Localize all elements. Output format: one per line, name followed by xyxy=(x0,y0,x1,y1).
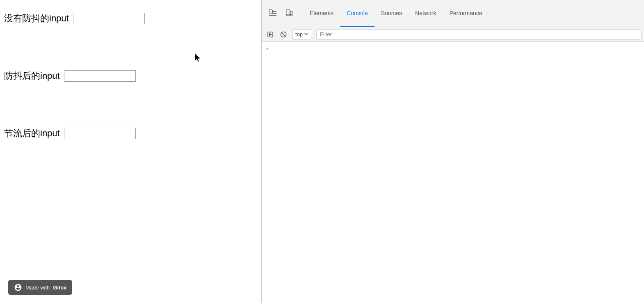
gifox-text: Made with xyxy=(25,285,50,291)
svg-rect-0 xyxy=(269,10,272,13)
gifox-logo-icon xyxy=(14,283,22,292)
run-script-button[interactable] xyxy=(265,29,276,40)
tab-network[interactable]: Network xyxy=(409,0,443,27)
devtools-tabs: Elements Console Sources Network Perform… xyxy=(303,0,489,27)
throttled-input[interactable] xyxy=(64,128,136,139)
cursor-indicator xyxy=(195,53,201,62)
inspect-element-button[interactable] xyxy=(265,6,280,21)
tab-console[interactable]: Console xyxy=(340,0,374,27)
no-debounce-input[interactable] xyxy=(73,13,145,24)
throttled-row: 节流后的input xyxy=(4,127,257,140)
throttled-label: 节流后的input xyxy=(4,127,60,140)
webpage-content: 没有防抖的input 防抖后的input 节流后的input Made with… xyxy=(0,0,262,303)
debounced-input[interactable] xyxy=(64,70,136,82)
debounced-label: 防抖后的input xyxy=(4,70,60,82)
clear-console-button[interactable] xyxy=(278,29,289,40)
gifox-brand: Gifox xyxy=(53,285,66,291)
console-content: › xyxy=(262,42,644,303)
device-toolbar-button[interactable] xyxy=(282,6,297,21)
svg-rect-1 xyxy=(286,9,290,16)
console-prompt-line: › xyxy=(265,44,641,53)
svg-line-8 xyxy=(281,32,286,37)
debounced-row: 防抖后的input xyxy=(4,70,257,82)
context-selector[interactable]: top xyxy=(292,29,311,40)
devtools-toolbar: Elements Console Sources Network Perform… xyxy=(262,0,644,27)
svg-marker-6 xyxy=(269,33,272,36)
tab-elements[interactable]: Elements xyxy=(303,0,340,27)
gifox-badge: Made with Gifox xyxy=(8,280,72,295)
console-filter-input[interactable] xyxy=(316,29,642,40)
tab-sources[interactable]: Sources xyxy=(375,0,409,27)
context-value: top xyxy=(295,31,303,37)
no-debounce-label: 没有防抖的input xyxy=(4,12,69,25)
svg-rect-2 xyxy=(290,11,292,16)
console-secondary-toolbar: top xyxy=(262,27,644,42)
tab-performance[interactable]: Performance xyxy=(443,0,489,27)
console-chevron-icon[interactable]: › xyxy=(265,45,269,52)
devtools-panel: Elements Console Sources Network Perform… xyxy=(262,0,644,303)
no-debounce-row: 没有防抖的input xyxy=(4,12,257,25)
